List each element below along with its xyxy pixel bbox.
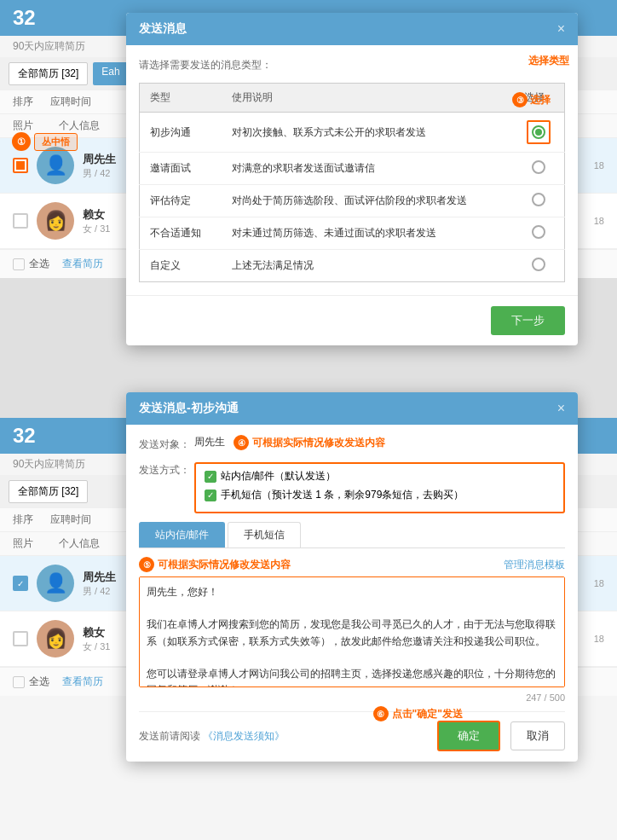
msg-type-row-2: 邀请面试 对满意的求职者发送面试邀请信 bbox=[140, 153, 565, 185]
resume-info-2: 赖女 女 / 31 bbox=[83, 207, 110, 235]
avatar-4: 👩 bbox=[37, 620, 74, 658]
msg-type-radio-1[interactable] bbox=[514, 113, 565, 153]
bg-view-resume-btn-2[interactable]: 查看简历 bbox=[62, 675, 103, 689]
radio-unselected-icon-2[interactable] bbox=[532, 160, 545, 174]
resume-info-3: 周先生 男 / 42 bbox=[83, 570, 116, 598]
top-count: 32 bbox=[13, 6, 36, 30]
annotation-6-badge: ⑥ 点击"确定"发送 bbox=[373, 706, 463, 721]
radio-unselected-icon-5[interactable] bbox=[532, 258, 545, 271]
msg-type-name-5: 自定义 bbox=[140, 250, 222, 282]
msg-type-radio-4[interactable] bbox=[514, 217, 565, 250]
col-photo: 照片 bbox=[13, 119, 33, 133]
send-method-sms-row: ✓ 手机短信（预计发送 1 条，剩余979条短信，去购买） bbox=[205, 488, 555, 502]
msg-type-radio-2[interactable] bbox=[514, 153, 565, 185]
manage-template-link[interactable]: 管理消息模板 bbox=[504, 558, 565, 572]
notice-link[interactable]: 《消息发送须知》 bbox=[203, 730, 285, 742]
avatar-2: 👩 bbox=[37, 202, 74, 240]
msg-type-desc-5: 上述无法满足情况 bbox=[222, 250, 514, 282]
recipient-row: 发送对象： 周先生 ④ 可根据实际情况修改发送内容 bbox=[139, 435, 565, 452]
resume-name-3: 周先生 bbox=[83, 570, 116, 585]
modal1-close-button[interactable]: × bbox=[557, 21, 565, 37]
send-method-box: ✓ 站内信/邮件（默认发送） ✓ 手机短信（预计发送 1 条，剩余979条短信，… bbox=[194, 462, 565, 513]
modal1-intro: 请选择需要发送的消息类型： bbox=[139, 58, 565, 72]
confirm-cancel-area: ⑥ 点击"确定"发送 确定 取消 bbox=[437, 721, 565, 751]
msg-type-radio-5[interactable] bbox=[514, 250, 565, 282]
radio-unselected-icon-3[interactable] bbox=[532, 193, 545, 206]
next-step-button[interactable]: 下一步 bbox=[491, 306, 565, 335]
bg-tab-all[interactable]: 全部简历 [32] bbox=[9, 62, 88, 85]
send-method-email-label: 站内信/邮件（默认发送） bbox=[221, 469, 336, 484]
recipient-label: 发送对象： bbox=[139, 435, 194, 452]
msg-type-row-5: 自定义 上述无法满足情况 bbox=[140, 250, 565, 282]
modal1-title: 发送消息 bbox=[139, 21, 187, 37]
msg-type-name-4: 不合适通知 bbox=[140, 217, 222, 250]
resume-name-4: 赖女 bbox=[83, 625, 110, 640]
content-label-area: ⑤ 可根据实际情况修改发送内容 管理消息模板 bbox=[139, 557, 565, 572]
bg-select-all-btn-2[interactable]: 全选 bbox=[13, 675, 49, 689]
annotation-1-label: 丛中悟 bbox=[34, 133, 78, 151]
resume-checkbox-1[interactable] bbox=[13, 158, 28, 173]
radio-selected-icon-1[interactable] bbox=[532, 125, 545, 139]
modal-send-detail: 发送消息-初步沟通 × 发送对象： 周先生 ④ 可根据实际情况修改发送内容 发送… bbox=[126, 392, 578, 762]
bg-select-all-btn[interactable]: 全选 bbox=[13, 257, 49, 271]
avatar-1: 👤 bbox=[37, 147, 74, 184]
col-desc-header: 使用说明 bbox=[222, 84, 514, 113]
msg-type-name-2: 邀请面试 bbox=[140, 153, 222, 185]
resume-meta-4: 女 / 31 bbox=[83, 640, 110, 653]
col-info: 个人信息 bbox=[59, 119, 100, 133]
recipient-value: 周先生 bbox=[194, 435, 225, 449]
filter-label-2: 应聘时间 bbox=[50, 513, 91, 527]
tab-sms[interactable]: 手机短信 bbox=[228, 522, 301, 547]
send-method-sms-label: 手机短信（预计发送 1 条，剩余979条短信，去购买） bbox=[221, 488, 464, 502]
confirm-button[interactable]: 确定 bbox=[437, 721, 500, 751]
resume-checkbox-3[interactable]: ✓ bbox=[13, 576, 28, 591]
modal2-footer: 发送前请阅读 《消息发送须知》 ⑥ 点击"确定"发送 确定 取消 bbox=[139, 711, 565, 751]
resume-name-2: 赖女 bbox=[83, 207, 110, 223]
col-type-header: 类型 bbox=[140, 84, 222, 113]
col-info-2: 个人信息 bbox=[59, 536, 100, 551]
send-method-row: 发送方式： ✓ 站内信/邮件（默认发送） ✓ 手机短信（预计发送 1 条，剩余9… bbox=[139, 461, 565, 513]
annotation-5-area: ⑤ 可根据实际情况修改发送内容 bbox=[139, 557, 291, 572]
resume-info-1: 周先生 男 / 42 bbox=[83, 152, 116, 180]
message-type-table: 类型 使用说明 选择 初步沟通 对初次接触、联系方式未公开的求职者发送 邀 bbox=[139, 83, 565, 282]
modal1-footer: 下一步 bbox=[126, 295, 578, 345]
msg-type-desc-3: 对尚处于简历筛选阶段、面试评估阶段的求职者发送 bbox=[222, 185, 514, 217]
resume-checkbox-2[interactable] bbox=[13, 213, 28, 229]
msg-type-desc-1: 对初次接触、联系方式未公开的求职者发送 bbox=[222, 113, 514, 153]
annotation-1-circle: ① bbox=[12, 132, 31, 151]
modal2-close-button[interactable]: × bbox=[557, 401, 565, 416]
modal2-title: 发送消息-初步沟通 bbox=[139, 401, 239, 416]
msg-type-name-1: 初步沟通 bbox=[140, 113, 222, 153]
radio-unselected-icon-4[interactable] bbox=[532, 225, 545, 239]
resume-meta-3: 男 / 42 bbox=[83, 585, 116, 598]
resume-meta-2: 女 / 31 bbox=[83, 223, 110, 235]
filter-label: 应聘时间 bbox=[50, 95, 91, 109]
modal-send-message: 发送消息 × 请选择需要发送的消息类型： 选择类型 ③ 选择 类型 使用说明 选… bbox=[126, 13, 578, 345]
annotation-5-circle: ⑤ bbox=[139, 557, 154, 572]
annotation-4-badge: ④ 可根据实际情况修改发送内容 bbox=[234, 435, 385, 450]
tab-email[interactable]: 站内信/邮件 bbox=[139, 522, 225, 547]
msg-type-radio-3[interactable] bbox=[514, 185, 565, 217]
resume-checkbox-4[interactable] bbox=[13, 631, 28, 646]
email-checkbox[interactable]: ✓ bbox=[205, 471, 216, 483]
message-content-textarea[interactable]: 周先生，您好！ 我们在卓博人才网搜索到您的简历，发现您是我公司寻觅已久的人才，由… bbox=[139, 576, 565, 687]
bg-view-resume-btn[interactable]: 查看简历 bbox=[62, 257, 103, 271]
resume-meta-1: 男 / 42 bbox=[83, 167, 116, 180]
bg-tab-eah[interactable]: Eah bbox=[93, 62, 128, 85]
notice-text: 发送前请阅读 《消息发送须知》 bbox=[139, 729, 285, 744]
modal2-header: 发送消息-初步沟通 × bbox=[126, 392, 578, 425]
select-type-annotation: 选择类型 bbox=[528, 54, 569, 68]
sort-label: 排序 bbox=[13, 95, 33, 109]
msg-type-row-3: 评估待定 对尚处于简历筛选阶段、面试评估阶段的求职者发送 bbox=[140, 185, 565, 217]
cancel-button[interactable]: 取消 bbox=[510, 721, 565, 750]
bottom-count: 32 bbox=[13, 424, 36, 448]
msg-type-row-4: 不合适通知 对未通过简历筛选、未通过面试的求职者发送 bbox=[140, 217, 565, 250]
send-method-label: 发送方式： bbox=[139, 461, 194, 478]
send-method-email-row: ✓ 站内信/邮件（默认发送） bbox=[205, 469, 555, 484]
sms-checkbox[interactable]: ✓ bbox=[205, 490, 216, 501]
send-method-options: ✓ 站内信/邮件（默认发送） ✓ 手机短信（预计发送 1 条，剩余979条短信，… bbox=[194, 461, 565, 513]
bg-tab-all-2[interactable]: 全部简历 [32] bbox=[9, 480, 88, 503]
resume-info-4: 赖女 女 / 31 bbox=[83, 625, 110, 653]
msg-type-desc-4: 对未通过简历筛选、未通过面试的求职者发送 bbox=[222, 217, 514, 250]
msg-type-desc-2: 对满意的求职者发送面试邀请信 bbox=[222, 153, 514, 185]
